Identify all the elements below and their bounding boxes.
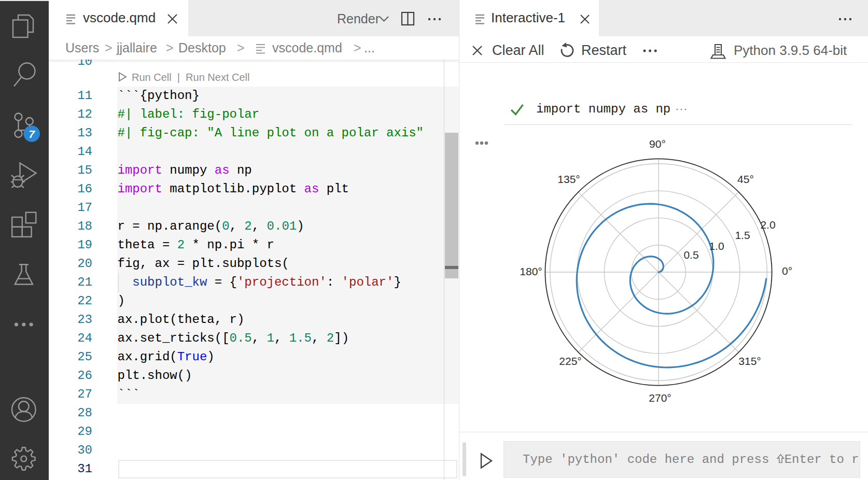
svg-text:7: 7	[29, 128, 35, 140]
svg-text:2.0: 2.0	[760, 219, 775, 231]
svg-text:225°: 225°	[559, 355, 581, 367]
svg-text:45°: 45°	[737, 173, 754, 185]
svg-text:1.0: 1.0	[709, 240, 724, 252]
svg-text:0°: 0°	[782, 265, 792, 277]
svg-text:0.5: 0.5	[683, 249, 698, 261]
svg-text:90°: 90°	[649, 138, 666, 150]
svg-text:315°: 315°	[738, 355, 761, 367]
svg-text:135°: 135°	[557, 173, 580, 185]
svg-text:270°: 270°	[649, 392, 671, 404]
svg-text:180°: 180°	[520, 265, 542, 277]
svg-text:1.5: 1.5	[735, 229, 750, 241]
